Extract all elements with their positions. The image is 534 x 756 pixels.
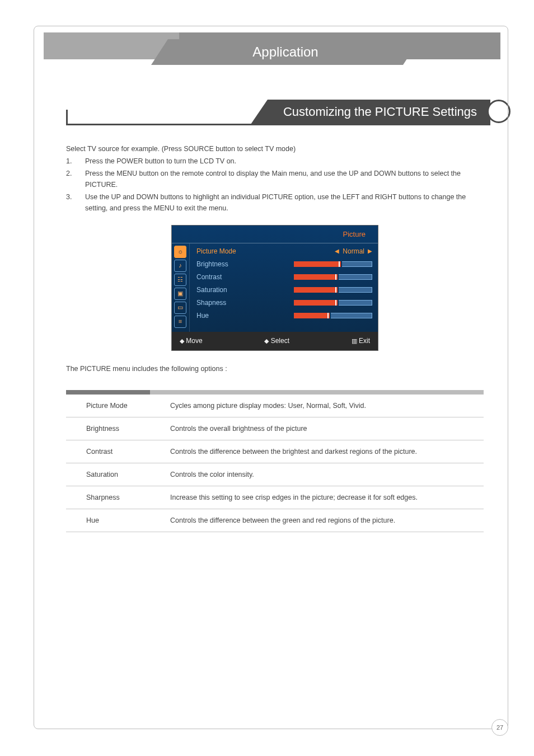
osd-label: Contrast xyxy=(196,272,264,283)
option-desc: Cycles among picture display modes: User… xyxy=(170,400,484,411)
osd-title: Picture xyxy=(172,226,378,243)
section-bullet-icon xyxy=(487,100,510,123)
option-desc: Controls the difference between the brig… xyxy=(170,446,484,457)
leftright-icon: ◆ xyxy=(264,337,269,344)
osd-footer: ◆ Move ◆ Select ▥ Exit xyxy=(172,332,378,350)
option-name: Contrast xyxy=(86,446,170,457)
sound-icon: ♪ xyxy=(174,260,186,272)
steps-list: 1.Press the POWER button to turn the LCD… xyxy=(66,156,484,214)
option-name: Picture Mode xyxy=(86,400,170,411)
option-name: Brightness xyxy=(86,423,170,434)
osd-row-brightness: Brightness xyxy=(196,258,372,271)
channel-icon: ☷ xyxy=(174,274,186,286)
step-text: Use the UP and DOWN buttons to highlight… xyxy=(85,193,466,212)
osd-category-icons: ☼ ♪ ☷ ▣ ▭ ≡ xyxy=(172,243,190,332)
step-text: Press the POWER button to turn the LCD T… xyxy=(85,157,236,165)
option-name: Hue xyxy=(86,515,170,526)
osd-label: Saturation xyxy=(196,285,264,295)
list-icon: ≡ xyxy=(174,316,186,328)
slider xyxy=(294,261,372,267)
osd-body: ☼ ♪ ☷ ▣ ▭ ≡ Picture Mode ◀ Normal ▶ Brig… xyxy=(172,243,378,332)
picture-icon: ☼ xyxy=(174,246,186,258)
option-name: Sharpness xyxy=(86,492,170,503)
option-desc: Controls the overall brightness of the p… xyxy=(170,423,484,434)
osd-row-hue: Hue xyxy=(196,309,372,322)
osd-label: Shapness xyxy=(196,298,264,308)
option-name: Saturation xyxy=(86,469,170,480)
osd-menu: Picture ☼ ♪ ☷ ▣ ▭ ≡ Picture Mode ◀ Norma… xyxy=(171,225,378,351)
menu-note: The PICTURE menu includes the following … xyxy=(66,363,484,374)
osd-foot-move: ◆ Move xyxy=(180,336,203,346)
table-row: SaturationControls the color intensity. xyxy=(66,463,484,486)
table-row: HueControls the difference between the g… xyxy=(66,509,484,532)
slider xyxy=(294,300,372,306)
osd-rows: Picture Mode ◀ Normal ▶ Brightness Contr… xyxy=(190,243,378,332)
osd-row-saturation: Saturation xyxy=(196,284,372,297)
osd-label: Hue xyxy=(196,311,264,321)
osd-label: Brightness xyxy=(196,259,264,270)
option-desc: Controls the color intensity. xyxy=(170,469,484,480)
table-row: ContrastControls the difference between … xyxy=(66,440,484,463)
updown-icon: ◆ xyxy=(180,337,184,344)
step-item: 3.Use the UP and DOWN buttons to highlig… xyxy=(66,191,484,214)
osd-row-picture-mode: Picture Mode ◀ Normal ▶ xyxy=(196,245,372,258)
table-header-bar xyxy=(66,390,484,395)
content-area: Select TV source for example. (Press SOU… xyxy=(66,143,484,532)
option-desc: Controls the difference between the gree… xyxy=(170,515,484,526)
feature-icon: ▣ xyxy=(174,288,186,300)
slider xyxy=(294,274,372,280)
screen-icon: ▭ xyxy=(174,302,186,314)
step-item: 2.Press the MENU button on the remote co… xyxy=(66,168,484,190)
section-heading: Customizing the PICTURE Settings xyxy=(268,100,490,124)
section-underline-tick xyxy=(66,110,68,125)
osd-value-text: Normal xyxy=(343,246,364,257)
page-title: Application xyxy=(168,39,403,65)
intro-text: Select TV source for example. (Press SOU… xyxy=(66,143,484,154)
page-number: 27 xyxy=(491,719,508,736)
osd-value: ◀ Normal ▶ xyxy=(264,246,372,257)
options-table: Picture ModeCycles among picture display… xyxy=(66,390,484,532)
osd-row-sharpness: Shapness xyxy=(196,297,372,309)
table-row: Picture ModeCycles among picture display… xyxy=(66,395,484,417)
table-row: SharpnessIncrease this setting to see cr… xyxy=(66,486,484,509)
osd-foot-select: ◆ Select xyxy=(264,336,289,346)
menu-icon: ▥ xyxy=(352,337,357,344)
slider xyxy=(294,287,372,293)
osd-label: Picture Mode xyxy=(196,246,264,257)
step-text: Press the MENU button on the remote cont… xyxy=(85,170,461,189)
right-arrow-icon: ▶ xyxy=(368,247,372,256)
table-row: BrightnessControls the overall brightnes… xyxy=(66,417,484,440)
osd-foot-exit: ▥ Exit xyxy=(352,336,370,346)
option-desc: Increase this setting to see crisp edges… xyxy=(170,492,484,503)
osd-row-contrast: Contrast xyxy=(196,271,372,284)
step-item: 1.Press the POWER button to turn the LCD… xyxy=(66,156,484,167)
section-underline xyxy=(66,124,490,125)
left-arrow-icon: ◀ xyxy=(335,247,339,256)
slider xyxy=(294,313,372,318)
